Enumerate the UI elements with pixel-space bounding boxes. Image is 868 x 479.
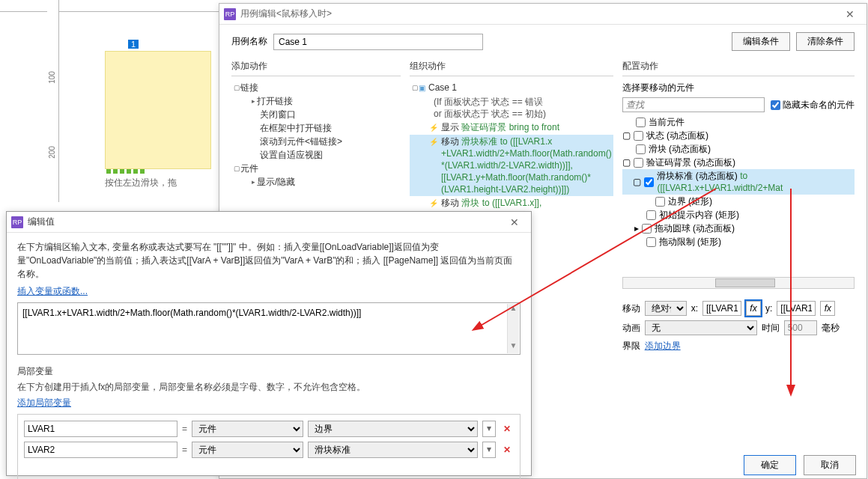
widget-item[interactable]: 滑块标准 (动态面板) to ([[LVAR1.x+LVAR1.width/2+…: [657, 170, 855, 194]
ruler-vertical: 100 200: [47, 0, 59, 202]
widget-check[interactable]: [636, 144, 646, 154]
vertical-scrollbar[interactable]: ▲ ▼: [507, 304, 519, 353]
move-type-select[interactable]: 绝对位: [645, 301, 687, 316]
dialog-title: 编辑值: [28, 216, 503, 228]
animate-label: 动画: [622, 322, 640, 335]
widget-item[interactable]: 拖动限制 (矩形): [659, 236, 721, 248]
widget-check[interactable]: [646, 237, 656, 247]
ruler-tick: 200: [48, 146, 56, 159]
organize-action-header: 组织动作: [410, 57, 613, 76]
chevron-down-icon[interactable]: ▾: [482, 442, 496, 458]
clear-condition-button[interactable]: 清除条件: [796, 32, 855, 51]
var-type-select[interactable]: 元件: [192, 442, 303, 458]
x-input[interactable]: [702, 301, 741, 316]
selection-index: 1: [128, 40, 139, 49]
duration-unit: 毫秒: [822, 322, 840, 335]
move-label: 移动: [622, 302, 640, 315]
ruler-tick: 100: [48, 71, 56, 84]
titlebar[interactable]: RP 编辑值 ✕: [7, 212, 531, 233]
close-icon[interactable]: ✕: [838, 8, 862, 20]
widget-item[interactable]: 滑块 (动态面板): [649, 143, 711, 155]
selected-shape[interactable]: 1: [105, 51, 211, 169]
app-icon: RP: [11, 216, 23, 228]
configure-action-header: 配置动作: [622, 57, 855, 76]
titlebar[interactable]: RP 用例编辑<鼠标移入时> ✕: [219, 4, 867, 25]
scroll-up-icon[interactable]: ▲: [508, 304, 519, 316]
var-name-input[interactable]: [24, 442, 177, 458]
var-row: = 元件 滑块标准 ▾ ✕: [24, 442, 514, 458]
case-name-input[interactable]: [273, 34, 483, 50]
widget-check[interactable]: [642, 224, 652, 234]
bounds-label: 界限: [622, 340, 640, 353]
tree-node[interactable]: 元件: [240, 162, 258, 174]
y-label: y:: [765, 303, 772, 314]
action-row[interactable]: 显示 验证码背景 bring to front: [441, 121, 559, 133]
var-type-select[interactable]: 元件: [192, 421, 303, 437]
y-input[interactable]: [777, 301, 816, 316]
close-icon[interactable]: ✕: [503, 216, 526, 228]
horizontal-scrollbar[interactable]: [622, 277, 855, 289]
chevron-down-icon[interactable]: ▾: [482, 421, 496, 437]
animate-select[interactable]: 无: [645, 320, 757, 335]
delete-var-icon[interactable]: ✕: [500, 424, 514, 434]
widget-item[interactable]: 初始提示内容 (矩形): [659, 209, 739, 221]
widget-item[interactable]: 状态 (动态面板): [646, 129, 708, 141]
delete-var-icon[interactable]: ✕: [500, 445, 514, 455]
expression-text: [[LVAR1.x+LVAR1.width/2+Math.floor(Math.…: [22, 308, 361, 318]
hide-unnamed-checkbox[interactable]: 隐藏未命名的元件: [771, 99, 855, 112]
var-row: = 元件 边界 ▾ ✕: [24, 421, 514, 437]
instructions-text: 在下方编辑区输入文本, 变量名称或表达式要写在 "[[""]]" 中。例如：插入…: [17, 240, 521, 281]
add-bounds-link[interactable]: 添加边界: [645, 340, 681, 353]
expression-input[interactable]: [[LVAR1.x+LVAR1.width/2+Math.floor(Math.…: [17, 302, 521, 355]
ok-button[interactable]: 确定: [744, 455, 796, 475]
widget-item[interactable]: 边界 (矩形): [668, 195, 712, 207]
widget-item[interactable]: 拖动圆球 (动态面板): [655, 222, 735, 234]
widget-search-input[interactable]: [622, 97, 765, 112]
var-target-select[interactable]: 边界: [308, 421, 478, 437]
equals-label: =: [182, 424, 187, 434]
widget-tree[interactable]: 当前元件 ▢状态 (动态面板) 滑块 (动态面板) ▢验证码背景 (动态面板) …: [622, 115, 855, 272]
edit-value-dialog: RP 编辑值 ✕ 在下方编辑区输入文本, 变量名称或表达式要写在 "[[""]]…: [6, 211, 532, 476]
widget-check[interactable]: [634, 131, 643, 141]
widget-check[interactable]: [636, 118, 646, 127]
ruler-horizontal: [0, 0, 225, 12]
duration-input: [784, 320, 817, 335]
tree-node[interactable]: 显示/隐藏: [257, 176, 295, 188]
tree-node[interactable]: 滚动到元件<锚链接>: [260, 135, 342, 147]
resize-handles[interactable]: [106, 169, 145, 174]
case-node[interactable]: Case 1: [428, 82, 457, 94]
edit-condition-button[interactable]: 编辑条件: [732, 32, 790, 51]
widget-item[interactable]: 当前元件: [649, 116, 685, 128]
widget-check[interactable]: [634, 158, 643, 168]
tree-node[interactable]: 链接: [240, 82, 258, 94]
local-vars-help: 在下方创建用于插入fx的局部变量，局部变量名称必须是字母、数字，不允许包含空格。: [17, 381, 521, 394]
var-target-select[interactable]: 滑块标准: [308, 442, 478, 458]
tree-node[interactable]: 关闭窗口: [260, 109, 296, 120]
widget-item[interactable]: 验证码背景 (动态面板): [646, 156, 735, 168]
action-row[interactable]: 移动 滑块标准 to ([[LVAR1.x +LVAR1.width/2+Mat…: [441, 135, 612, 195]
widget-check[interactable]: [655, 197, 665, 207]
insert-var-link[interactable]: 插入变量或函数...: [17, 286, 88, 296]
scroll-down-icon[interactable]: ▼: [508, 341, 519, 353]
widget-caption: 按住左边滑块，拖: [105, 177, 177, 189]
add-action-header: 添加动作: [231, 57, 401, 76]
widget-check[interactable]: [646, 210, 656, 220]
case-name-label: 用例名称: [231, 35, 267, 48]
x-fx-button[interactable]: fx: [746, 301, 761, 316]
duration-label: 时间: [762, 322, 780, 335]
add-local-var-link[interactable]: 添加局部变量: [17, 397, 71, 408]
tree-node[interactable]: 设置自适应视图: [260, 149, 323, 161]
equals-label: =: [182, 445, 187, 455]
cancel-button[interactable]: 取消: [804, 455, 856, 475]
dialog-title: 用例编辑<鼠标移入时>: [240, 7, 838, 20]
local-vars-header: 局部变量: [17, 365, 521, 378]
y-fx-button[interactable]: fx: [820, 301, 835, 316]
tree-node[interactable]: 在框架中打开链接: [260, 122, 332, 134]
widget-check[interactable]: [644, 177, 654, 187]
case-actions-tree[interactable]: ▢Case 1 (If 面板状态于 状态 == 错误 or 面板状态于 状态 =…: [410, 79, 613, 219]
local-vars-table: = 元件 边界 ▾ ✕ = 元件 滑块标准 ▾ ✕: [17, 414, 521, 479]
action-library-tree[interactable]: ▢链接 ▸打开链接 关闭窗口 在框架中打开链接 滚动到元件<锚链接> 设置自适应…: [231, 79, 401, 219]
tree-node[interactable]: 打开链接: [257, 95, 293, 107]
var-name-input[interactable]: [24, 421, 177, 437]
x-label: x:: [691, 303, 698, 314]
